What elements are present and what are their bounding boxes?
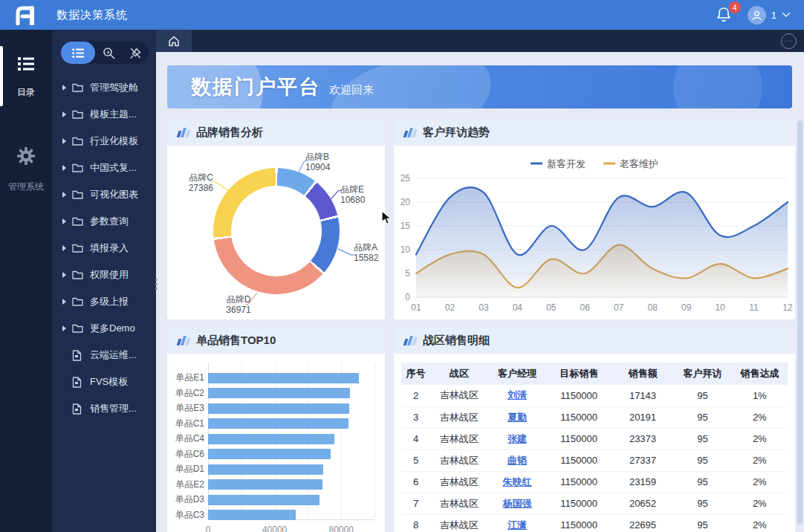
gear-icon <box>16 146 36 166</box>
table-cell: 20191 <box>612 406 673 428</box>
pin-icon <box>129 47 142 59</box>
sidebar-item[interactable]: 权限使用 <box>52 262 156 288</box>
sidebar-toolbar <box>61 42 149 64</box>
sidebar-item-label: 权限使用 <box>90 268 129 282</box>
sidebar-drag-handle[interactable] <box>153 275 159 293</box>
sidebar-item[interactable]: 模板主题... <box>52 101 156 128</box>
line-chart: 0510152025010203040506070809101112新客开发老客… <box>394 146 795 319</box>
table-row: 2吉林战区刘清115000017143951% <box>401 385 788 406</box>
table-row: 3吉林战区夏勤115000020191952% <box>401 406 788 428</box>
sidebar-item[interactable]: 更多Demo <box>52 315 156 342</box>
manager-link[interactable]: 江潇 <box>508 519 527 531</box>
table-cell: 1150000 <box>546 514 612 532</box>
donut-label-name: 品牌C <box>169 172 213 183</box>
donut-label-value: 15582 <box>354 253 385 263</box>
table-cell: 20652 <box>612 493 673 514</box>
table-row: 4吉林战区张建115000023373952% <box>401 428 788 450</box>
bar <box>208 434 334 444</box>
table-cell: 17143 <box>612 385 673 406</box>
app-logo-icon[interactable] <box>0 4 52 25</box>
caret-right-icon <box>62 272 66 278</box>
table-header-cell: 销售达成 <box>732 363 788 385</box>
search-button[interactable] <box>95 42 122 64</box>
search-icon <box>103 47 115 59</box>
tab-home[interactable] <box>156 30 192 52</box>
app-title: 数据决策系统 <box>56 8 128 22</box>
more-options-button[interactable]: ... <box>781 33 797 49</box>
table-cell: 8 <box>401 514 430 532</box>
user-menu[interactable]: 1 <box>748 6 791 25</box>
notifications-button[interactable]: 4 <box>716 6 734 24</box>
document-icon <box>72 350 82 361</box>
donut-label-value: 27386 <box>169 183 213 193</box>
donut-label: 品牌B10904 <box>305 152 351 172</box>
folder-icon <box>72 110 83 120</box>
panel-title: 品牌销售分析 <box>196 126 263 140</box>
folder-icon <box>72 190 83 200</box>
panel-header: 战区销售明细 <box>394 327 795 354</box>
menu-list-button[interactable] <box>61 42 95 64</box>
bar <box>208 388 350 398</box>
table-cell: 1150000 <box>546 493 612 514</box>
manager-link[interactable]: 刘清 <box>508 389 527 400</box>
caret-right-icon <box>62 325 66 331</box>
legend-item[interactable]: 老客维护 <box>603 158 658 169</box>
sidebar-item[interactable]: 填报录入 <box>52 235 156 262</box>
sidebar: 管理驾驶舱模板主题...行业化模板中国式复...可视化图表参数查询填报录入权限使… <box>52 30 156 532</box>
folder-icon <box>72 297 83 307</box>
svg-text:15: 15 <box>401 221 411 231</box>
folder-icon <box>72 324 83 334</box>
legend-item[interactable]: 新客开发 <box>531 158 586 169</box>
scrollbar-thumb[interactable] <box>797 120 803 525</box>
banner-subtitle: 欢迎回来 <box>329 83 374 97</box>
table-cell: 2% <box>732 450 788 471</box>
rail-item-admin[interactable]: 管理系统 <box>0 136 52 201</box>
table-cell: 22695 <box>612 514 673 532</box>
table-row: 8吉林战区江潇115000022695952% <box>401 514 788 532</box>
manager-link[interactable]: 曲韬 <box>508 455 527 466</box>
chart-icon <box>404 127 416 137</box>
chart-icon <box>404 335 416 346</box>
table-cell: 吉林战区 <box>430 406 488 428</box>
manager-link[interactable]: 杨国强 <box>503 498 532 509</box>
sidebar-item[interactable]: 可视化图表 <box>52 181 156 208</box>
sidebar-item[interactable]: 参数查询 <box>52 208 156 235</box>
manager-link[interactable]: 朱映红 <box>503 476 532 487</box>
table-header-cell: 销售额 <box>612 363 673 385</box>
sidebar-item[interactable]: FVS模板 <box>52 369 156 395</box>
bar <box>208 479 322 490</box>
table-row: 7吉林战区杨国强115000020652952% <box>401 493 788 514</box>
svg-text:5: 5 <box>405 268 410 279</box>
rail-item-directory[interactable]: 目录 <box>0 46 52 106</box>
bar <box>208 449 331 459</box>
svg-text:08: 08 <box>648 302 658 313</box>
panel-visit-trend: 客户拜访趋势 051015202501020304050607080910111… <box>394 119 795 319</box>
bar-category-label: 单品E3 <box>172 402 204 415</box>
bar-row: 单品C2 <box>172 386 380 401</box>
donut-label: 品牌D36971 <box>213 294 264 315</box>
table-header-cell: 战区 <box>430 363 488 385</box>
bar-row: 单品C1 <box>172 416 380 432</box>
topbar-actions: 4 1 <box>716 6 804 25</box>
caret-right-icon <box>62 192 66 198</box>
caret-right-icon <box>62 138 66 144</box>
folder-icon <box>72 83 83 93</box>
tabbar: ... <box>156 30 804 52</box>
pin-button[interactable] <box>122 42 149 64</box>
manager-link[interactable]: 夏勤 <box>508 412 527 423</box>
sidebar-item[interactable]: 管理驾驶舱 <box>52 74 156 101</box>
sidebar-item-label: 行业化模板 <box>90 134 138 148</box>
sidebar-item[interactable]: 行业化模板 <box>52 128 156 155</box>
bar-x-axis: 04000080000 <box>172 525 380 532</box>
sidebar-item[interactable]: 云端运维... <box>52 342 156 369</box>
svg-text:12: 12 <box>782 302 793 313</box>
bar-row: 单品D1 <box>172 461 380 477</box>
manager-link[interactable]: 张建 <box>508 433 527 444</box>
bar <box>208 373 359 383</box>
sidebar-item-label: 填报录入 <box>90 241 129 255</box>
sidebar-item[interactable]: 中国式复... <box>52 155 156 181</box>
sidebar-item[interactable]: 多级上报 <box>52 288 156 315</box>
bar-category-label: 单品E2 <box>172 479 204 491</box>
sidebar-menu: 管理驾驶舱模板主题...行业化模板中国式复...可视化图表参数查询填报录入权限使… <box>52 74 156 422</box>
sidebar-item[interactable]: 销售管理... <box>52 395 156 422</box>
